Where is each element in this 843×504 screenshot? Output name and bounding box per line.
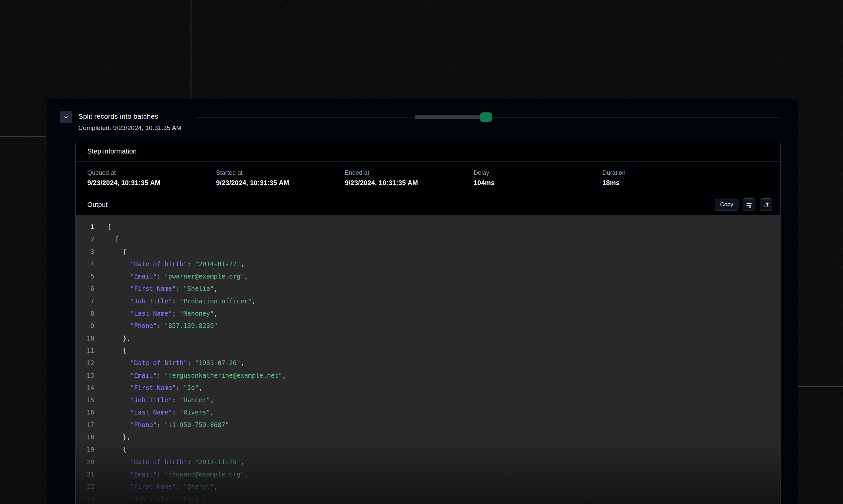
step-information-card: Step information Queued at 9/23/2024, 10…	[75, 141, 780, 504]
scroll-to-top-button[interactable]	[760, 198, 772, 211]
code-line: 14 "First Name": "Jo",	[76, 382, 780, 394]
line-number: 3	[76, 246, 94, 258]
code-line: 15 "Job Title": "Dancer",	[76, 394, 780, 406]
line-content: },	[94, 332, 131, 344]
line-content: "Job Title": "Copy",	[94, 493, 206, 504]
line-content: },	[94, 431, 131, 443]
line-content: "Phone": "+1-950-759-8687"	[94, 419, 229, 431]
line-number: 8	[76, 307, 94, 320]
line-content: "Last Name": "Rivers",	[94, 406, 214, 418]
background-vertical-line	[190, 0, 191, 99]
code-line: 16 "Last Name": "Rivers",	[76, 406, 780, 418]
line-content: "First Name": "Shelia",	[94, 283, 218, 295]
line-number: 4	[76, 258, 94, 270]
line-number: 10	[76, 332, 94, 344]
metadata-value: 9/23/2024, 10:31:35 AM	[87, 179, 216, 187]
line-content: {	[94, 443, 126, 455]
metadata-value: 18ms	[602, 179, 769, 187]
line-content: {	[94, 344, 126, 357]
step-detail-panel: Split records into batches Completed: 9/…	[47, 99, 798, 504]
code-line: 13 "Email": "fergusonkatherine@example.n…	[76, 370, 780, 382]
output-code-viewer[interactable]: 1[2 [3 {4 "Date of birth": "2014-01-27",…	[76, 215, 780, 504]
code-line: 3 {	[76, 246, 780, 258]
step-metadata-row: Queued at 9/23/2024, 10:31:35 AM Started…	[76, 162, 780, 194]
output-header: Output Copy	[76, 194, 780, 215]
code-line: 10 },	[76, 332, 780, 344]
metadata-started-at: Started at 9/23/2024, 10:31:35 AM	[216, 169, 345, 187]
code-line: 23 "Job Title": "Copy",	[76, 493, 780, 504]
line-number: 20	[76, 456, 94, 468]
line-content: "First Name": "Sheryl",	[94, 481, 218, 493]
line-content: [	[94, 221, 111, 233]
line-content: "Date of birth": "1931-07-26",	[94, 357, 244, 369]
code-line: 8 "Last Name": "Mahoney",	[76, 307, 780, 320]
line-content: "Last Name": "Mahoney",	[94, 307, 218, 320]
line-number: 11	[76, 344, 94, 357]
timeline-step-marker[interactable]	[480, 112, 492, 122]
metadata-queued-at: Queued at 9/23/2024, 10:31:35 AM	[87, 169, 216, 187]
line-number: 5	[76, 270, 94, 283]
code-line: 5 "Email": "pwarner@example.org",	[76, 270, 780, 283]
line-content: "Email": "pwarner@example.org",	[94, 270, 248, 283]
wrap-text-button[interactable]	[743, 198, 755, 211]
code-line: 18 },	[76, 431, 780, 443]
code-line: 4 "Date of birth": "2014-01-27",	[76, 258, 780, 270]
code-line: 19 {	[76, 443, 780, 455]
collapse-step-button[interactable]	[60, 111, 72, 123]
copy-output-button[interactable]: Copy	[715, 199, 738, 211]
line-number: 1	[76, 221, 94, 233]
code-line: 11 {	[76, 344, 780, 357]
line-number: 23	[76, 493, 94, 504]
code-line: 2 [	[76, 233, 780, 245]
line-content: "Email": "fhoward@example.org",	[94, 468, 248, 481]
code-line: 20 "Date of birth": "2013-11-25",	[76, 456, 780, 468]
line-content: "Date of birth": "2014-01-27",	[94, 258, 244, 270]
metadata-label: Ended at	[345, 169, 474, 176]
line-number: 21	[76, 468, 94, 481]
step-title: Split records into batches	[78, 112, 158, 120]
wrap-text-icon	[745, 201, 753, 208]
code-line: 21 "Email": "fhoward@example.org",	[76, 468, 780, 481]
code-line: 1[	[76, 221, 780, 233]
line-number: 22	[76, 481, 94, 493]
code-line: 17 "Phone": "+1-950-759-8687"	[76, 419, 780, 431]
background-edge-line-right	[798, 385, 843, 387]
line-number: 7	[76, 295, 94, 307]
line-content: "Job Title": "Probation officer",	[94, 295, 256, 307]
line-content: "Email": "fergusonkatherine@example.net"…	[94, 370, 286, 382]
scroll-top-icon	[762, 201, 770, 208]
metadata-duration: Duration 18ms	[602, 169, 769, 187]
metadata-value: 9/23/2024, 10:31:35 AM	[345, 179, 474, 187]
code-line: 22 "First Name": "Sheryl",	[76, 481, 780, 493]
metadata-label: Started at	[216, 169, 345, 176]
step-information-title: Step information	[87, 147, 137, 155]
line-number: 13	[76, 370, 94, 382]
line-number: 17	[76, 419, 94, 431]
step-status-line: Completed: 9/23/2024, 10:31:35 AM	[78, 124, 182, 132]
line-content: [	[94, 233, 119, 245]
metadata-label: Duration	[602, 169, 769, 176]
code-line: 9 "Phone": "857.139.8239"	[76, 320, 780, 332]
code-line: 7 "Job Title": "Probation officer",	[76, 295, 780, 307]
line-content: {	[94, 246, 126, 258]
metadata-value: 9/23/2024, 10:31:35 AM	[216, 179, 345, 187]
metadata-ended-at: Ended at 9/23/2024, 10:31:35 AM	[345, 169, 474, 187]
line-content: "Job Title": "Dancer",	[94, 394, 214, 406]
metadata-label: Delay	[474, 169, 602, 176]
line-number: 2	[76, 233, 94, 245]
line-content: "First Name": "Jo",	[94, 382, 203, 394]
code-line: 12 "Date of birth": "1931-07-26",	[76, 357, 780, 369]
line-content: "Phone": "857.139.8239"	[94, 320, 218, 332]
metadata-label: Queued at	[87, 169, 216, 176]
line-number: 6	[76, 283, 94, 295]
timeline-queue-segment	[415, 115, 480, 119]
line-number: 12	[76, 357, 94, 369]
line-number: 9	[76, 320, 94, 332]
metadata-value: 104ms	[474, 179, 602, 187]
background-edge-line-left	[0, 136, 46, 137]
code-line: 6 "First Name": "Shelia",	[76, 283, 780, 295]
step-information-header: Step information	[76, 141, 780, 162]
line-number: 15	[76, 394, 94, 406]
output-title: Output	[87, 201, 107, 209]
step-timeline[interactable]	[196, 113, 780, 121]
